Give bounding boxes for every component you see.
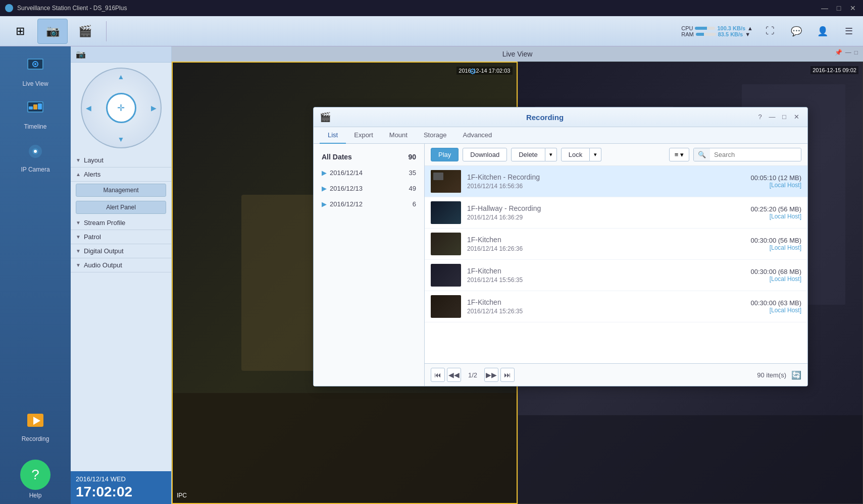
svg-rect-8 xyxy=(38,103,42,109)
svg-point-11 xyxy=(34,150,37,153)
upload-speed: 100.3 KB/s xyxy=(717,25,745,31)
live-maximize-button[interactable]: □ xyxy=(854,49,858,56)
menu-button[interactable]: ☰ xyxy=(840,22,858,40)
panel-section-audio-output[interactable]: ▼ Audio Output xyxy=(71,258,171,272)
dialog-title: Recording xyxy=(335,113,755,122)
recording-host-0: [Local Host] xyxy=(751,182,801,189)
ptz-down-button[interactable]: ▼ xyxy=(118,135,125,143)
ptz-left-button[interactable]: ◀ xyxy=(86,104,91,112)
page-last-button[interactable]: ⏭ xyxy=(500,368,515,382)
lock-dropdown-button[interactable]: ▾ xyxy=(590,148,601,161)
recording-info-2: 1F-Kitchen 2016/12/14 16:26:36 xyxy=(467,236,751,252)
date-0: 2016/12/14 xyxy=(330,169,363,177)
tab-export[interactable]: Export xyxy=(346,127,381,144)
panel-section-digital-output[interactable]: ▼ Digital Output xyxy=(71,244,171,258)
date-arrow-icon-2: ▶ xyxy=(322,200,327,208)
date-list-item-2[interactable]: ▶2016/12/12 6 xyxy=(314,196,424,212)
user-button[interactable]: 👤 xyxy=(814,22,832,40)
camera-settings-button-1[interactable]: ⚙ xyxy=(469,67,476,76)
date-list-all-dates[interactable]: All Dates 90 xyxy=(314,149,424,165)
dialog-help-button[interactable]: ? xyxy=(755,112,765,122)
sort-button[interactable]: ≡ ▾ xyxy=(669,148,689,161)
refresh-button[interactable]: 🔄 xyxy=(791,370,801,380)
live-toolbar-btn[interactable]: 📷 xyxy=(37,19,68,44)
tab-advanced[interactable]: Advanced xyxy=(455,127,500,144)
delete-dropdown-button[interactable]: ▾ xyxy=(545,148,557,161)
main-toolbar: ⊞ 📷 🎬 CPU 100.3 KB/s ▲ RAM 83.5 KB/s ▼ ⛶… xyxy=(0,16,863,46)
patrol-arrow-icon: ▼ xyxy=(76,234,81,240)
recording-item-4[interactable]: 1F-Kitchen 2016/12/14 15:26:35 00:30:00 … xyxy=(425,291,807,322)
search-icon: 🔍 xyxy=(694,148,710,161)
management-button[interactable]: Management xyxy=(76,184,166,197)
recording-toolbar-btn[interactable]: 🎬 xyxy=(70,19,100,44)
tab-list[interactable]: List xyxy=(320,127,346,144)
recording-item-3[interactable]: 1F-Kitchen 2016/12/14 15:56:35 00:30:00 … xyxy=(425,260,807,291)
live-minimize-button[interactable]: — xyxy=(845,49,851,56)
help-button[interactable]: ? xyxy=(20,460,50,490)
dialog-titlebar: 🎬 Recording ? — □ ✕ xyxy=(314,107,807,127)
recording-item-2[interactable]: 1F-Kitchen 2016/12/14 16:26:36 00:30:00 … xyxy=(425,229,807,260)
page-info: 1/2 xyxy=(463,371,482,379)
panel-section-stream-profile[interactable]: ▼ Stream Profile xyxy=(71,216,171,230)
sidebar-item-timeline[interactable]: Timeline xyxy=(5,94,66,135)
lock-button[interactable]: Lock xyxy=(561,148,590,161)
recording-datetime-4: 2016/12/14 15:26:35 xyxy=(467,308,751,315)
ip-camera-icon xyxy=(26,142,44,164)
tab-mount[interactable]: Mount xyxy=(381,127,416,144)
ptz-right-button[interactable]: ▶ xyxy=(151,104,157,112)
recording-meta-2: 00:30:00 (56 MB) [Local Host] xyxy=(751,237,801,251)
tab-storage[interactable]: Storage xyxy=(416,127,455,144)
live-view-header: Live View 📌 — □ xyxy=(172,46,863,62)
recording-thumb-0 xyxy=(431,170,461,193)
fullscreen-button[interactable]: ⛶ xyxy=(761,22,779,40)
live-header-controls: 📌 — □ xyxy=(835,49,858,56)
date-list: All Dates 90 ▶2016/12/14 35 ▶2016/12/13 … xyxy=(314,144,425,386)
ptz-center[interactable]: ✛ xyxy=(106,93,136,123)
ptz-cross-icon: ✛ xyxy=(117,102,125,114)
layout-label: Layout xyxy=(84,156,104,164)
close-button[interactable]: ✕ xyxy=(848,3,858,13)
ptz-up-button[interactable]: ▲ xyxy=(118,73,125,81)
panel-section-alerts[interactable]: ▲ Alerts xyxy=(71,167,171,182)
page-next-button[interactable]: ▶▶ xyxy=(484,368,498,382)
live-pin-button[interactable]: 📌 xyxy=(835,49,842,56)
date-list-item-0[interactable]: ▶2016/12/14 35 xyxy=(314,165,424,181)
dialog-minimize-button[interactable]: — xyxy=(767,112,777,122)
titlebar: Surveillance Station Client - DS_916Plus… xyxy=(0,0,863,16)
chat-button[interactable]: 💬 xyxy=(787,22,805,40)
date-list-item-1[interactable]: ▶2016/12/13 49 xyxy=(314,181,424,196)
page-first-button[interactable]: ⏮ xyxy=(431,368,445,382)
dialog-maximize-button[interactable]: □ xyxy=(779,112,789,122)
maximize-button[interactable]: □ xyxy=(834,3,844,13)
toolbar-right: CPU 100.3 KB/s ▲ RAM 83.5 KB/s ▼ ⛶ 💬 👤 ☰ xyxy=(681,22,858,40)
recording-dialog: 🎬 Recording ? — □ ✕ List Export Mou xyxy=(313,107,808,386)
download-button[interactable]: Download xyxy=(463,148,507,161)
sidebar-item-label-ip-camera: IP Camera xyxy=(21,166,49,173)
alert-panel-button[interactable]: Alert Panel xyxy=(76,201,166,214)
recording-thumb-2 xyxy=(431,233,461,255)
delete-button[interactable]: Delete xyxy=(511,148,545,161)
recording-host-4: [Local Host] xyxy=(751,307,801,314)
panel-section-layout[interactable]: ▼ Layout xyxy=(71,153,171,167)
recording-item-0[interactable]: 1F-Kitchen - Recording 2016/12/14 16:56:… xyxy=(425,166,807,197)
recording-datetime-3: 2016/12/14 15:56:35 xyxy=(467,276,751,284)
minimize-button[interactable]: — xyxy=(820,3,830,13)
sidebar-item-ip-camera[interactable]: IP Camera xyxy=(5,137,66,178)
dialog-close-button[interactable]: ✕ xyxy=(791,112,801,122)
digital-output-label: Digital Output xyxy=(84,247,124,255)
recording-item-1[interactable]: 1F-Hallway - Recording 2016/12/14 16:36:… xyxy=(425,197,807,229)
sidebar-item-live-view[interactable]: Live View xyxy=(5,51,66,92)
search-input[interactable] xyxy=(710,148,801,161)
sidebar-item-recording[interactable]: Recording xyxy=(5,407,66,447)
play-button[interactable]: Play xyxy=(431,148,459,161)
page-prev-button[interactable]: ◀◀ xyxy=(447,368,461,382)
recording-meta-3: 00:30:00 (68 MB) [Local Host] xyxy=(751,268,801,283)
panel-section-patrol[interactable]: ▼ Patrol xyxy=(71,230,171,244)
alerts-label: Alerts xyxy=(84,171,100,178)
sidebar-item-label-live-view: Live View xyxy=(22,80,48,87)
recording-datetime-2: 2016/12/14 16:26:36 xyxy=(467,245,751,252)
recording-meta-1: 00:25:20 (56 MB) [Local Host] xyxy=(751,205,801,220)
help-label: Help xyxy=(29,492,42,499)
dashboard-toolbar-btn[interactable]: ⊞ xyxy=(5,19,35,44)
delete-btn-group: Delete ▾ xyxy=(511,148,557,161)
